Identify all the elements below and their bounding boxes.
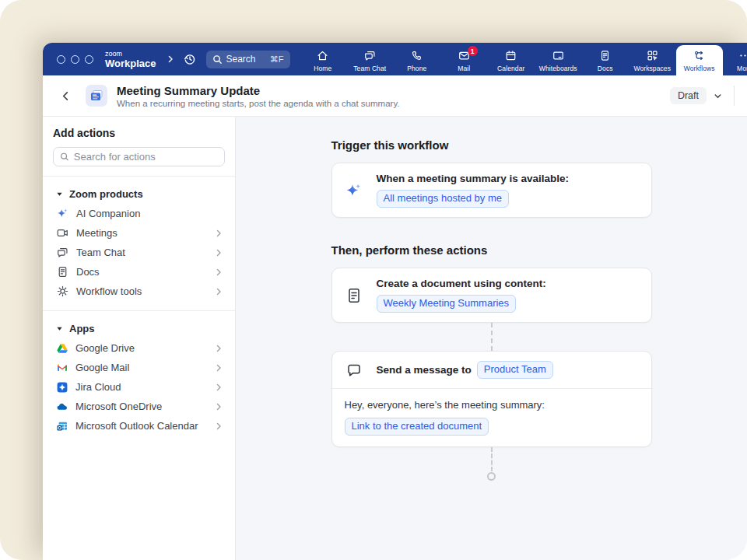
- sidebar-item-label: Meetings: [76, 227, 207, 239]
- sidebar-item-google-drive[interactable]: Google Drive: [53, 338, 225, 358]
- chevron-right-icon: [214, 287, 223, 296]
- trigger-card-title: When a meeting summary is available:: [377, 173, 570, 184]
- microsoft-onedrive-icon: [56, 401, 68, 413]
- sidebar-item-label: Docs: [76, 266, 207, 278]
- sidebar-item-workflow-tools[interactable]: Workflow tools: [53, 282, 225, 301]
- window-control-minimize[interactable]: [71, 55, 79, 64]
- trigger-heading: Trigger this workflow: [331, 138, 652, 152]
- chevron-left-icon: [60, 90, 72, 102]
- sidebar-item-label: AI Companion: [76, 208, 223, 219]
- gear-icon: [56, 285, 69, 298]
- microsoft-outlook-calendar-icon: [56, 420, 68, 432]
- nav-item-mail[interactable]: Mail 1: [440, 45, 488, 75]
- add-actions-panel: Add actions Zoom products AI Companion M…: [43, 117, 236, 560]
- sidebar-item-docs[interactable]: Docs: [53, 262, 225, 282]
- page-background: zoom Workplace ⌘F Home Team Chat: [0, 0, 747, 560]
- nav-item-docs[interactable]: Docs: [582, 45, 630, 75]
- window-control-zoom[interactable]: [85, 55, 93, 64]
- section-zoom-products[interactable]: Zoom products: [56, 188, 225, 200]
- status-badge[interactable]: Draft: [670, 87, 707, 104]
- docs-icon: [56, 265, 69, 278]
- chevron-right-icon: [214, 268, 223, 277]
- zoom-workplace-logo: zoom Workplace: [105, 51, 156, 68]
- document-icon: [345, 287, 363, 304]
- section-label: Apps: [69, 323, 95, 334]
- search-icon: [60, 152, 69, 162]
- send-message-title: Send a message to: [377, 364, 472, 376]
- sidebar-item-ai-companion[interactable]: AI Companion: [53, 204, 225, 223]
- trigger-card[interactable]: When a meeting summary is available: All…: [331, 163, 652, 218]
- document-content-token[interactable]: Weekly Meeting Summaries: [377, 295, 517, 313]
- nav-item-more[interactable]: More: [723, 45, 747, 75]
- section-apps[interactable]: Apps: [56, 323, 225, 334]
- global-search[interactable]: ⌘F: [206, 51, 290, 68]
- nav-label: Workflows: [684, 65, 715, 72]
- nav-item-calendar[interactable]: Calendar: [488, 45, 535, 75]
- chevron-down-icon: [713, 91, 723, 101]
- sidebar-item-team-chat[interactable]: Team Chat: [53, 243, 225, 262]
- workflow-header: Meeting Summary Update When a recurring …: [43, 75, 747, 117]
- panel-title: Add actions: [53, 127, 225, 139]
- ai-companion-icon: [56, 207, 69, 220]
- nav-item-team-chat[interactable]: Team Chat: [346, 45, 394, 75]
- nav-item-workflows[interactable]: Workflows: [676, 45, 724, 75]
- sidebar-item-label: Google Drive: [75, 342, 207, 354]
- workflow-thumbnail-icon: [89, 88, 104, 103]
- sidebar-item-google-mail[interactable]: Google Mail: [53, 358, 225, 377]
- workflow-canvas: Trigger this workflow When a meeting sum…: [236, 117, 747, 560]
- sidebar-item-meetings[interactable]: Meetings: [53, 223, 225, 243]
- nav-item-workspaces[interactable]: Workspaces: [629, 45, 676, 75]
- actions-search-input[interactable]: [74, 151, 218, 163]
- nav-label: Docs: [598, 65, 613, 72]
- whiteboards-icon: [552, 49, 565, 62]
- nav-label: Whiteboards: [539, 65, 577, 72]
- team-chat-icon: [363, 49, 377, 62]
- workflow-title: Meeting Summary Update: [117, 84, 400, 97]
- chevron-right-icon: [214, 229, 223, 238]
- sidebar-item-jira-cloud[interactable]: Jira Cloud: [53, 377, 225, 397]
- chevron-right-icon: [214, 248, 223, 257]
- chevron-right-icon: [214, 363, 223, 373]
- window-controls[interactable]: [57, 55, 93, 64]
- chevron-right-icon: [214, 402, 223, 411]
- caret-down-icon: [56, 325, 63, 332]
- workspaces-icon: [646, 49, 659, 62]
- history-button[interactable]: [183, 52, 197, 66]
- sidebar-item-microsoft-outlook-calendar[interactable]: Microsoft Outlook Calendar: [53, 416, 225, 436]
- caret-down-icon: [56, 191, 63, 198]
- send-message-card[interactable]: Send a message to Product Team Hey, ever…: [331, 351, 652, 447]
- actions-search[interactable]: [53, 147, 225, 166]
- home-icon: [316, 49, 329, 62]
- sidebar-item-label: Team Chat: [76, 247, 207, 258]
- trigger-scope-token[interactable]: All meetings hosted by me: [377, 190, 509, 208]
- ai-companion-icon: [345, 181, 363, 200]
- search-icon: [212, 54, 223, 65]
- recipient-token[interactable]: Product Team: [477, 361, 553, 379]
- document-link-token[interactable]: Link to the created document: [345, 418, 489, 436]
- history-icon: [183, 52, 197, 66]
- google-mail-icon: [56, 362, 68, 374]
- global-search-input[interactable]: [226, 54, 262, 65]
- mail-unread-badge: 1: [468, 46, 478, 56]
- workflow-title-block: Meeting Summary Update When a recurring …: [117, 84, 400, 108]
- nav-item-whiteboards[interactable]: Whiteboards: [535, 45, 582, 75]
- flow-end-node[interactable]: [487, 472, 496, 481]
- nav-label: More: [737, 65, 747, 72]
- chevron-right-icon[interactable]: [166, 54, 175, 64]
- divider: [43, 310, 235, 311]
- sidebar-item-label: Workflow tools: [76, 285, 207, 297]
- workflow-thumbnail: [86, 85, 107, 107]
- status-dropdown-button[interactable]: [713, 91, 723, 101]
- back-button[interactable]: [57, 87, 75, 105]
- chevron-right-icon: [214, 344, 223, 353]
- window-control-close[interactable]: [57, 55, 65, 64]
- message-body-text: Hey, everyone, here’s the meeting summar…: [345, 399, 639, 411]
- nav-item-phone[interactable]: Phone: [394, 45, 441, 75]
- nav-item-home[interactable]: Home: [300, 45, 347, 75]
- docs-icon: [598, 49, 612, 62]
- header-divider: [734, 86, 735, 106]
- create-document-card[interactable]: Create a document using content: Weekly …: [331, 268, 652, 323]
- sidebar-item-microsoft-onedrive[interactable]: Microsoft OneDrive: [53, 397, 225, 416]
- logo-product-text: zoom: [105, 51, 156, 58]
- message-bubble-icon: [345, 362, 363, 379]
